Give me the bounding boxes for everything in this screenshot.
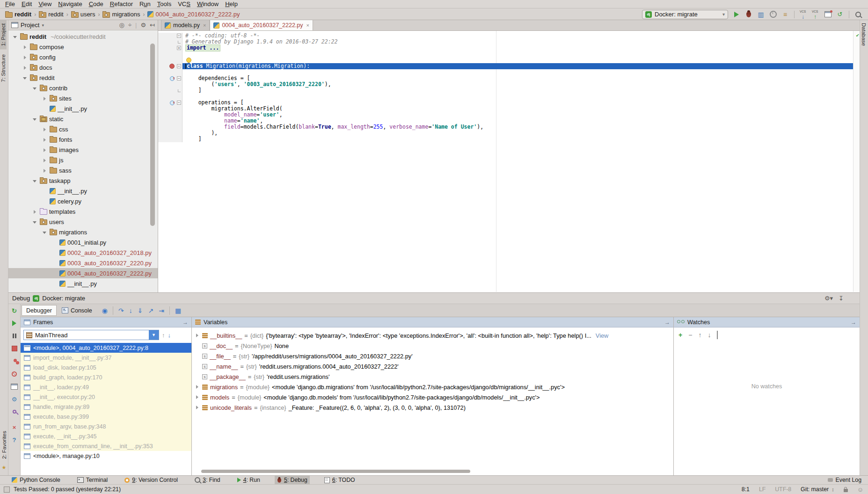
code-line[interactable]: field=models.CharField(blank=True, max_l… (158, 124, 860, 130)
run-to-cursor-icon[interactable]: ⇥ (159, 307, 164, 314)
tab-console[interactable]: Console (58, 305, 96, 315)
code-line[interactable]: ), (158, 130, 860, 136)
breakpoint-icon[interactable] (169, 64, 175, 69)
fold-marker-icon[interactable]: − (177, 34, 181, 38)
code-line[interactable]: ('users', '0003_auto_20160327_2220'), (158, 81, 860, 87)
menu-refactor[interactable]: Refactor (107, 0, 136, 7)
chevron-right-icon[interactable] (195, 385, 200, 390)
chevron-down-icon[interactable] (32, 219, 38, 225)
show-execution-point-icon[interactable]: ◉ (102, 307, 108, 314)
vcs-commit-icon[interactable]: VCS↑ (811, 10, 820, 19)
run-configuration-select[interactable]: dj Docker: migrate ▾ (642, 10, 728, 19)
git-branch[interactable]: Git: master (801, 486, 829, 493)
tree-item[interactable]: fonts (8, 134, 158, 145)
menu-code[interactable]: Code (86, 0, 107, 7)
tree-item[interactable]: sites (8, 93, 158, 103)
tree-item[interactable]: 0001_initial.py (8, 237, 158, 247)
mute-breakpoints-icon[interactable] (11, 370, 18, 378)
variable-row[interactable]: migrations = {module} <module 'django.db… (192, 382, 673, 392)
horizontal-scrollbar[interactable] (201, 470, 470, 473)
run-icon[interactable] (732, 10, 741, 19)
toolwindow-button-terminal[interactable]: Terminal (75, 476, 110, 485)
stop-icon[interactable] (11, 345, 18, 352)
tree-item[interactable]: css (8, 124, 158, 134)
stack-frame[interactable]: execute_from_command_line, __init__.py:3… (21, 441, 191, 451)
chevron-right-icon[interactable] (42, 126, 48, 132)
copy-icon[interactable] (717, 331, 718, 339)
gutter-watch-icon[interactable] (170, 101, 175, 105)
tab-debugger[interactable]: Debugger (22, 305, 57, 316)
evaluate-expression-icon[interactable]: ▦ (175, 307, 181, 314)
lock-icon[interactable] (844, 489, 848, 492)
tree-item[interactable]: docs (8, 62, 158, 73)
tree-item[interactable]: __init__.py (8, 103, 158, 114)
hide-panel-icon[interactable]: → (182, 319, 188, 326)
commit-window-icon[interactable] (824, 10, 832, 19)
fold-marker-icon[interactable]: − (177, 76, 181, 80)
hector-icon[interactable]: ☺ (857, 486, 863, 493)
stack-frame[interactable]: execute, base.py:399 (21, 412, 191, 421)
variable-row[interactable]: __builtins__ = {dict} {'bytearray': <typ… (192, 330, 673, 341)
view-breakpoints-icon[interactable] (11, 357, 18, 365)
run-with-coverage-icon[interactable]: ≡ (781, 10, 789, 19)
hide-panel-icon[interactable]: → (664, 319, 670, 326)
tree-item[interactable]: 0002_auto_20160327_2018.py (8, 247, 158, 258)
help-icon[interactable]: ? (11, 436, 18, 443)
project-scrollbar[interactable] (150, 44, 155, 226)
step-over-icon[interactable]: ↷ (118, 307, 124, 314)
breadcrumb-item[interactable]: migrations (101, 10, 141, 18)
hide-toolwindow-icon[interactable]: ↧ (839, 295, 844, 302)
step-into-icon[interactable]: ↓ (129, 307, 132, 314)
file-encoding[interactable]: UTF-8 (775, 486, 791, 493)
editor-error-stripe[interactable]: ✔ (853, 31, 860, 292)
variable-row[interactable]: __doc__ = {NoneType} None (192, 341, 673, 351)
previous-frame-icon[interactable]: ↑ (162, 332, 165, 339)
chevron-down-icon[interactable] (32, 85, 38, 91)
tree-item[interactable]: reddit~/cookiecutter/reddit (8, 31, 158, 42)
chevron-right-icon[interactable] (32, 209, 38, 215)
fold-marker-icon[interactable]: − (177, 64, 181, 68)
line-ending[interactable]: LF (759, 486, 766, 493)
collapse-all-icon[interactable]: ÷ (128, 22, 131, 29)
chevron-right-icon[interactable] (195, 395, 200, 400)
code-line[interactable] (158, 94, 860, 100)
sidebar-tab-7-structure[interactable]: 7: Structure (0, 51, 7, 85)
next-frame-icon[interactable]: ↓ (168, 332, 171, 339)
menu-run[interactable]: Run (136, 0, 154, 7)
pause-icon[interactable] (11, 332, 18, 340)
pin-icon[interactable] (11, 408, 18, 415)
rollback-icon[interactable]: ↺ (836, 10, 844, 19)
breadcrumb-item[interactable]: 0004_auto_20160327_2222.py (146, 10, 241, 18)
code-line[interactable]: ] (158, 87, 860, 94)
menu-vcs[interactable]: VCS (175, 0, 194, 7)
profiler-icon[interactable] (769, 10, 777, 19)
sidebar-tab-database[interactable]: Database (860, 20, 868, 49)
fold-marker-icon[interactable]: + (177, 46, 181, 50)
force-step-into-icon[interactable]: ⇓ (138, 307, 143, 314)
toolwindow-button-run[interactable]: 4: Run (235, 476, 263, 485)
close-icon[interactable]: × (203, 22, 206, 28)
menu-window[interactable]: Window (194, 0, 222, 7)
breadcrumb-item[interactable]: reddit (4, 10, 33, 18)
intention-bulb-icon[interactable] (186, 58, 191, 63)
code-line[interactable] (158, 51, 860, 57)
code-line[interactable]: model_name='user', (158, 112, 860, 118)
tree-item[interactable]: migrations (8, 227, 158, 237)
stack-frame[interactable]: load_disk, loader.py:105 (21, 363, 191, 372)
chevron-down-icon[interactable] (32, 178, 38, 184)
sidebar-tab-2-favorites[interactable]: 2: Favorites (1, 428, 7, 462)
chevron-right-icon[interactable] (42, 137, 48, 143)
step-out-icon[interactable]: ↗ (148, 307, 153, 314)
gear-icon[interactable]: ⚙ (140, 22, 146, 29)
chevron-down-icon[interactable] (32, 116, 38, 122)
editor-tab[interactable]: models.py× (161, 20, 210, 30)
stack-frame[interactable]: <module>, manage.py:10 (21, 451, 191, 461)
editor-tab[interactable]: 0004_auto_20160327_2222.py× (210, 20, 313, 30)
stack-frame[interactable]: handle, migrate.py:89 (21, 402, 191, 412)
chevron-down-icon[interactable] (22, 75, 28, 81)
fold-marker-icon[interactable] (178, 89, 181, 92)
tree-item[interactable]: __init__.py (8, 186, 158, 196)
variable-row[interactable]: __file__ = {str} '/app/reddit/users/migr… (192, 351, 673, 361)
chevron-right-icon[interactable] (42, 167, 48, 174)
gear-icon[interactable]: ⚙▾ (824, 295, 833, 302)
